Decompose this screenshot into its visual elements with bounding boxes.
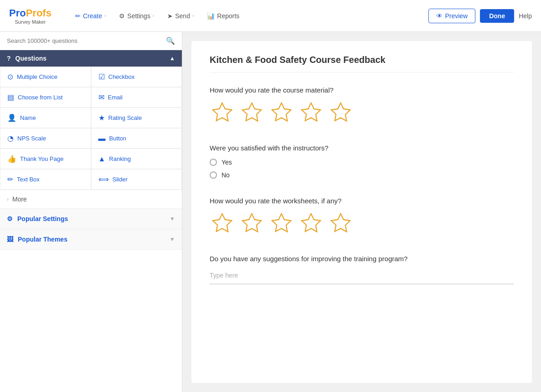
textbox-icon: ✏ xyxy=(7,175,13,184)
help-button[interactable]: Help xyxy=(519,12,532,20)
button-icon: ▬ xyxy=(98,134,106,143)
gear-icon: ⚙ xyxy=(7,215,13,222)
star-1-4[interactable] xyxy=(299,101,324,126)
radio-icon: ⊙ xyxy=(7,72,13,81)
main-layout: 🔍 ? Questions ▲ ⊙ Multiple Choice ☑ Chec… xyxy=(0,32,541,392)
star-1-3[interactable] xyxy=(269,101,294,126)
preview-button[interactable]: 👁 Preview xyxy=(428,9,475,23)
main-content: Kitchen & Food Safety Course Feedback Ho… xyxy=(182,32,541,392)
radio-no[interactable]: No xyxy=(210,171,514,179)
search-icon: 🔍 xyxy=(166,36,175,45)
question-block-2: Were you satisfied with the instructors?… xyxy=(210,144,514,179)
header: ProProfs Survey Maker ✏ Create › ⚙ Setti… xyxy=(0,0,541,32)
question-block-3: How would you rate the worksheets, if an… xyxy=(210,197,514,237)
nav-reports[interactable]: 📊 Reports xyxy=(201,10,245,22)
logo-pro: Pro xyxy=(9,7,26,19)
header-right: 👁 Preview Done Help xyxy=(428,9,532,23)
person-icon: 👤 xyxy=(7,113,16,122)
chevron-right-icon: › xyxy=(153,13,154,18)
chevron-down-icon: ▼ xyxy=(170,216,175,222)
thumbsup-icon: 👍 xyxy=(7,155,16,163)
star-3-5[interactable] xyxy=(328,211,353,237)
qt-slider[interactable]: ⟺ Slider xyxy=(91,169,182,190)
sidebar: 🔍 ? Questions ▲ ⊙ Multiple Choice ☑ Chec… xyxy=(0,32,182,392)
qt-rating-scale[interactable]: ★ Rating Scale xyxy=(91,108,182,128)
nav-settings[interactable]: ⚙ Settings › xyxy=(113,10,160,22)
qt-text-box[interactable]: ✏ Text Box xyxy=(0,169,91,190)
nav-items: ✏ Create › ⚙ Settings › ➤ Send › 📊 Repor… xyxy=(70,10,419,22)
survey-title: Kitchen & Food Safety Course Feedback xyxy=(210,55,514,72)
question-text-3: How would you rate the worksheets, if an… xyxy=(210,197,514,205)
chevron-down-icon: ▼ xyxy=(170,236,175,242)
chevron-right-icon: › xyxy=(192,13,194,18)
star-3-4[interactable] xyxy=(299,211,324,237)
star-icon: ★ xyxy=(98,113,105,122)
qt-button[interactable]: ▬ Button xyxy=(91,128,182,149)
logo-profs: Profs xyxy=(26,7,52,19)
question-text-4: Do you have any suggestions for improvin… xyxy=(210,255,514,263)
checkbox-icon: ☑ xyxy=(98,72,105,81)
chevron-up-icon: ▲ xyxy=(170,55,175,62)
question-text-1: How would you rate the course material? xyxy=(210,86,514,94)
qt-nps-scale[interactable]: ◔ NPS Scale xyxy=(0,128,91,149)
radio-circle-yes xyxy=(210,159,217,166)
question-mark-icon: ? xyxy=(7,55,11,62)
star-3-1[interactable] xyxy=(210,211,235,237)
question-block-4: Do you have any suggestions for improvin… xyxy=(210,255,514,284)
qt-choose-from-list[interactable]: ▤ Choose from List xyxy=(0,87,91,108)
ranking-icon: ▲ xyxy=(98,155,106,163)
qt-email[interactable]: ✉ Email xyxy=(91,87,182,108)
popular-settings-section[interactable]: ⚙ Popular Settings ▼ xyxy=(0,209,182,229)
survey-container: Kitchen & Food Safety Course Feedback Ho… xyxy=(191,41,532,383)
nps-icon: ◔ xyxy=(7,134,14,143)
chevron-right-icon: › xyxy=(104,13,106,18)
done-button[interactable]: Done xyxy=(480,9,514,23)
logo-subtitle: Survey Maker xyxy=(9,19,52,25)
email-icon: ✉ xyxy=(98,93,104,102)
radio-label-yes: Yes xyxy=(222,159,232,166)
search-input[interactable] xyxy=(7,37,162,44)
radio-group-2: Yes No xyxy=(210,159,514,179)
themes-icon: 🖼 xyxy=(7,236,13,243)
questions-section-header[interactable]: ? Questions ▲ xyxy=(0,50,182,67)
qt-name[interactable]: 👤 Name xyxy=(0,108,91,128)
list-icon: ▤ xyxy=(7,93,14,102)
star-1-5[interactable] xyxy=(328,101,353,126)
text-area-block: Type here xyxy=(210,269,514,284)
question-text-2: Were you satisfied with the instructors? xyxy=(210,144,514,152)
star-3-2[interactable] xyxy=(239,211,264,237)
qt-multiple-choice[interactable]: ⊙ Multiple Choice xyxy=(0,67,91,87)
text-placeholder: Type here xyxy=(210,269,374,281)
logo: ProProfs Survey Maker xyxy=(9,7,52,25)
qt-ranking[interactable]: ▲ Ranking xyxy=(91,149,182,169)
qt-checkbox[interactable]: ☑ Checkbox xyxy=(91,67,182,87)
star-rating-1[interactable] xyxy=(210,101,514,126)
star-3-3[interactable] xyxy=(269,211,294,237)
slider-icon: ⟺ xyxy=(98,175,109,184)
nav-send[interactable]: ➤ Send › xyxy=(162,10,199,22)
questions-grid: ⊙ Multiple Choice ☑ Checkbox ▤ Choose fr… xyxy=(0,67,182,190)
nav-create[interactable]: ✏ Create › xyxy=(70,10,111,22)
popular-themes-section[interactable]: 🖼 Popular Themes ▼ xyxy=(0,229,182,250)
question-block-1: How would you rate the course material? xyxy=(210,86,514,126)
search-bar: 🔍 xyxy=(0,32,182,50)
star-rating-3[interactable] xyxy=(210,211,514,237)
more-row[interactable]: › More xyxy=(0,190,182,209)
eye-icon: 👁 xyxy=(436,12,443,20)
radio-circle-no xyxy=(210,171,217,179)
star-1-1[interactable] xyxy=(210,101,235,126)
chevron-right-icon: › xyxy=(7,196,9,202)
qt-thank-you-page[interactable]: 👍 Thank You Page xyxy=(0,149,91,169)
star-1-2[interactable] xyxy=(239,101,264,126)
radio-yes[interactable]: Yes xyxy=(210,159,514,166)
radio-label-no: No xyxy=(222,171,230,179)
